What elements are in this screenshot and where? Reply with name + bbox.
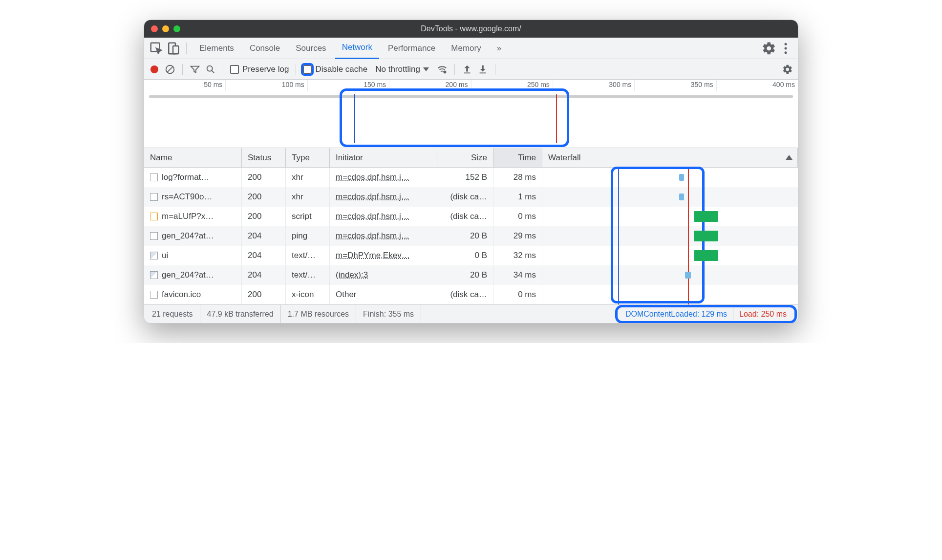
preserve-log-label: Preserve log [242, 65, 289, 74]
col-initiator[interactable]: Initiator [330, 148, 437, 167]
cell-type: text/… [286, 265, 330, 285]
status-requests: 21 requests [145, 305, 200, 323]
request-table: log?format… 200 xhr m=cdos,dpf,hsm,j… 15… [144, 168, 798, 304]
tab-network[interactable]: Network [335, 38, 379, 59]
download-har-icon[interactable] [477, 64, 488, 75]
cell-status: 200 [242, 285, 286, 304]
overview-timeline[interactable]: 50 ms100 ms150 ms200 ms250 ms300 ms350 m… [144, 80, 798, 148]
network-toolbar: Preserve log Disable cache No throttling [144, 59, 798, 80]
file-icon [150, 232, 158, 240]
tab-console[interactable]: Console [243, 38, 287, 59]
col-type[interactable]: Type [286, 148, 330, 167]
timeline-tick: 50 ms [144, 80, 225, 91]
network-conditions-icon[interactable] [437, 64, 448, 75]
disable-cache-label: Disable cache [315, 65, 367, 74]
cell-name: gen_204?at… [144, 265, 242, 285]
cell-initiator[interactable]: m=cdos,dpf,hsm,j… [330, 226, 437, 246]
inspect-icon[interactable] [149, 41, 164, 56]
waterfall-bar [685, 272, 691, 279]
svg-rect-12 [479, 72, 486, 73]
file-icon [150, 193, 158, 201]
upload-har-icon[interactable] [462, 64, 472, 75]
chevron-down-icon [423, 67, 429, 71]
sort-asc-icon [786, 155, 792, 160]
cell-name: m=aLUfP?x… [144, 207, 242, 226]
network-settings-icon[interactable] [782, 64, 793, 75]
status-transferred: 47.9 kB transferred [200, 305, 281, 323]
cell-size: (disk ca… [437, 187, 493, 207]
tab-elements[interactable]: Elements [193, 38, 241, 59]
window-title: DevTools - www.google.com/ [144, 24, 798, 33]
separator [186, 43, 187, 54]
file-icon [150, 213, 158, 220]
cell-initiator[interactable]: (index):3 [330, 265, 437, 285]
waterfall-bar [694, 231, 718, 241]
col-size[interactable]: Size [437, 148, 493, 167]
cell-size: (disk ca… [437, 207, 493, 226]
timeline-tick: 400 ms [716, 80, 798, 91]
search-icon[interactable] [205, 64, 216, 75]
cell-initiator[interactable]: m=cdos,dpf,hsm,j… [330, 187, 437, 207]
svg-point-3 [785, 43, 787, 45]
svg-line-7 [167, 66, 173, 72]
cell-size: 152 B [437, 168, 493, 187]
waterfall-bar [679, 174, 684, 181]
preserve-log-checkbox[interactable]: Preserve log [230, 65, 289, 74]
cell-name: favicon.ico [144, 285, 242, 304]
cell-type: script [286, 207, 330, 226]
cell-size: 20 B [437, 265, 493, 285]
kebab-menu-icon[interactable] [778, 41, 793, 56]
titlebar: DevTools - www.google.com/ [144, 20, 798, 38]
cell-type: text/… [286, 246, 330, 265]
cell-initiator[interactable]: m=DhPYme,Ekev… [330, 246, 437, 265]
cell-initiator[interactable]: m=cdos,dpf,hsm,j… [330, 168, 437, 187]
disable-cache-checkbox[interactable]: Disable cache [303, 65, 367, 74]
cell-initiator[interactable]: Other [330, 285, 437, 304]
col-waterfall[interactable]: Waterfall [542, 148, 798, 167]
panel-tabs: Elements Console Sources Network Perform… [144, 38, 798, 59]
status-resources: 1.7 MB resources [281, 305, 356, 323]
cell-initiator[interactable]: m=cdos,dpf,hsm,j… [330, 207, 437, 226]
tab-memory[interactable]: Memory [444, 38, 488, 59]
device-toggle-icon[interactable] [166, 41, 180, 56]
cell-name: ui [144, 246, 242, 265]
cell-status: 204 [242, 226, 286, 246]
record-button[interactable] [149, 64, 160, 75]
file-icon [150, 252, 158, 259]
cell-name: rs=ACT90o… [144, 187, 242, 207]
cell-time: 34 ms [493, 265, 542, 285]
cell-name: gen_204?at… [144, 226, 242, 246]
filter-icon[interactable] [190, 64, 200, 75]
status-finish: Finish: 355 ms [356, 305, 421, 323]
checkbox-icon [303, 65, 312, 74]
cell-time: 28 ms [493, 168, 542, 187]
svg-point-4 [785, 47, 787, 49]
throttling-select[interactable]: No throttling [372, 65, 432, 74]
cell-size: 20 B [437, 226, 493, 246]
cell-time: 0 ms [493, 285, 542, 304]
waterfall-bar [679, 194, 684, 200]
file-icon [150, 291, 158, 299]
cell-type: x-icon [286, 285, 330, 304]
col-status[interactable]: Status [242, 148, 286, 167]
timeline-tick: 350 ms [634, 80, 716, 91]
col-name[interactable]: Name [144, 148, 242, 167]
svg-point-10 [444, 71, 446, 73]
tab-more[interactable]: » [490, 38, 508, 59]
waterfall-bar [694, 211, 718, 222]
tab-performance[interactable]: Performance [381, 38, 442, 59]
waterfall-overlay [542, 168, 798, 304]
cell-time: 29 ms [493, 226, 542, 246]
col-time[interactable]: Time [493, 148, 542, 167]
waterfall-bar [694, 250, 718, 261]
svg-rect-2 [173, 46, 178, 54]
clear-icon[interactable] [165, 64, 175, 75]
cell-time: 32 ms [493, 246, 542, 265]
tab-sources[interactable]: Sources [289, 38, 333, 59]
file-icon [150, 173, 158, 181]
settings-icon[interactable] [762, 41, 776, 56]
svg-point-5 [785, 51, 787, 54]
svg-line-9 [212, 70, 214, 73]
annotation-box: DOMContentLoaded: 129 ms Load: 250 ms [615, 305, 797, 323]
cell-type: ping [286, 226, 330, 246]
